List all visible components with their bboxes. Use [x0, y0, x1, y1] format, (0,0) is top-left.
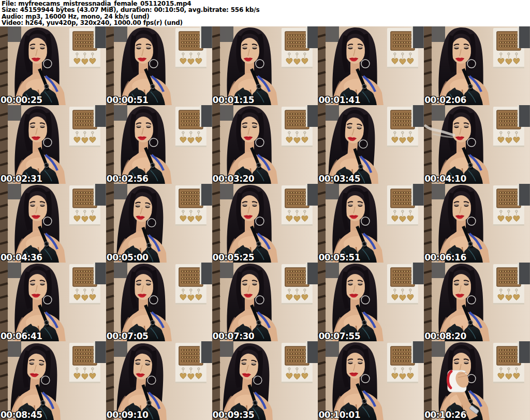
video-frame-image — [0, 105, 106, 184]
thumbnail-cell: 00:08:20 — [424, 263, 530, 341]
thumbnail-cell: 00:09:10 — [106, 341, 212, 420]
video-frame-image — [0, 341, 106, 420]
frame-timestamp: 00:04:36 — [1, 252, 42, 263]
frame-timestamp: 00:02:56 — [107, 173, 149, 184]
frame-timestamp: 00:01:15 — [213, 95, 255, 105]
frame-timestamp: 00:09:35 — [213, 410, 255, 420]
frame-timestamp: 00:01:41 — [318, 95, 360, 105]
frame-timestamp: 00:06:16 — [424, 252, 466, 263]
frame-timestamp: 00:03:45 — [318, 173, 360, 184]
video-frame-image — [106, 263, 212, 341]
frame-timestamp: 00:05:51 — [318, 252, 360, 263]
frame-timestamp: 00:08:20 — [424, 331, 466, 341]
video-frame-image — [424, 184, 530, 263]
frame-timestamp: 00:00:25 — [1, 95, 42, 105]
thumbnail-cell: 00:07:30 — [212, 263, 318, 341]
video-frame-image — [318, 105, 424, 184]
video-frame-image — [424, 26, 530, 105]
video-frame-image — [0, 263, 106, 341]
frame-timestamp: 00:05:00 — [107, 252, 149, 263]
thumbnail-grid: 00:00:25 00:00:51 00:01:15 00:01:41 — [0, 26, 530, 420]
thumbnail-cell: 00:01:41 — [318, 26, 424, 105]
thumbnail-cell: 00:02:31 — [0, 105, 106, 184]
video-frame-image — [0, 26, 106, 105]
frame-timestamp: 00:00:51 — [107, 95, 149, 105]
video-frame-image — [212, 263, 318, 341]
meta-line-size: Size: 45159944 bytes (43.07 MiB), durati… — [2, 7, 530, 13]
thumbnail-cell: 00:06:16 — [424, 184, 530, 263]
thumbnail-cell: 00:05:25 — [212, 184, 318, 263]
video-frame-image — [212, 341, 318, 420]
thumbnail-cell: 00:10:26 — [424, 341, 530, 420]
frame-timestamp: 00:05:25 — [213, 252, 255, 263]
thumbnail-cell: 00:05:51 — [318, 184, 424, 263]
thumbnail-cell: 00:03:45 — [318, 105, 424, 184]
thumbnail-cell: 00:01:15 — [212, 26, 318, 105]
frame-timestamp: 00:06:41 — [1, 331, 42, 341]
video-frame-image — [106, 26, 212, 105]
meta-line-video: Video: h264, yuv420p, 320x240, 1000.00 f… — [2, 20, 530, 26]
video-frame-image — [424, 105, 530, 184]
frame-timestamp: 00:08:45 — [1, 410, 42, 420]
video-frame-image — [106, 341, 212, 420]
frame-timestamp: 00:04:10 — [424, 173, 466, 184]
thumbnail-cell: 00:02:06 — [424, 26, 530, 105]
thumbnail-cell: 00:02:56 — [106, 105, 212, 184]
video-frame-image — [318, 341, 424, 420]
thumbnail-cell: 00:10:01 — [318, 341, 424, 420]
thumbnail-cell: 00:06:41 — [0, 263, 106, 341]
frame-timestamp: 00:09:10 — [107, 410, 149, 420]
frame-timestamp: 00:03:20 — [213, 173, 255, 184]
frame-timestamp: 00:02:06 — [424, 95, 466, 105]
video-frame-image — [106, 105, 212, 184]
frame-timestamp: 00:10:26 — [424, 410, 466, 420]
video-frame-image — [212, 105, 318, 184]
thumbnail-cell: 00:00:51 — [106, 26, 212, 105]
video-frame-image — [424, 263, 530, 341]
video-frame-image — [318, 263, 424, 341]
frame-timestamp: 00:10:01 — [318, 410, 360, 420]
thumbnail-cell: 00:07:05 — [106, 263, 212, 341]
frame-timestamp: 00:07:55 — [318, 331, 360, 341]
metadata-header: File: myfreecams_mistressnadia_female_05… — [0, 0, 530, 26]
frame-timestamp: 00:07:30 — [213, 331, 255, 341]
video-frame-image — [0, 184, 106, 263]
video-frame-image — [424, 341, 530, 420]
thumbnail-cell: 00:04:36 — [0, 184, 106, 263]
thumbnail-cell: 00:04:10 — [424, 105, 530, 184]
thumbnail-cell: 00:00:25 — [0, 26, 106, 105]
thumbnail-cell: 00:03:20 — [212, 105, 318, 184]
video-frame-image — [318, 26, 424, 105]
thumbnail-cell: 00:07:55 — [318, 263, 424, 341]
video-frame-image — [212, 26, 318, 105]
thumbnail-cell: 00:08:45 — [0, 341, 106, 420]
thumbnail-cell: 00:09:35 — [212, 341, 318, 420]
video-frame-image — [212, 184, 318, 263]
thumbnail-cell: 00:05:00 — [106, 184, 212, 263]
video-frame-image — [106, 184, 212, 263]
frame-timestamp: 00:07:05 — [107, 331, 149, 341]
video-frame-image — [318, 184, 424, 263]
frame-timestamp: 00:02:31 — [1, 173, 42, 184]
